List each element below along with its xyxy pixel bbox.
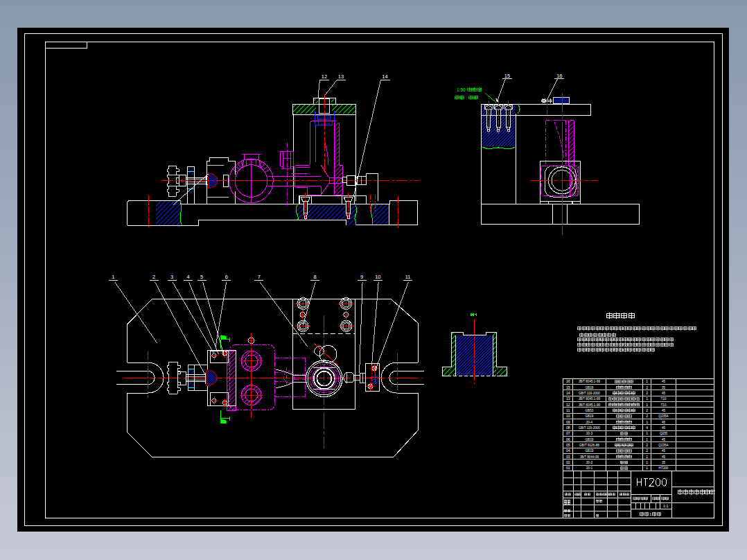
svg-text:8: 8 (313, 274, 316, 280)
svg-text:01: 01 (566, 466, 570, 470)
svg-text:45: 45 (662, 409, 666, 412)
svg-text:16: 16 (556, 73, 562, 79)
svg-text:HT200: HT200 (659, 466, 669, 470)
svg-text:7: 7 (258, 274, 261, 280)
svg-text:2: 2 (646, 408, 648, 412)
svg-text:1: 1 (646, 466, 648, 470)
svg-text:1: 1 (112, 274, 114, 280)
svg-text:45: 45 (662, 455, 666, 459)
svg-text:45: 45 (662, 426, 666, 430)
svg-text:1: 1 (646, 379, 648, 383)
svg-text:T10: T10 (661, 403, 667, 407)
svg-text:16: 16 (566, 379, 570, 383)
svg-text:11: 11 (405, 274, 411, 280)
svg-text:2: 2 (152, 274, 155, 280)
svg-text:1: 1 (649, 512, 651, 516)
svg-text:JB/T 8045.1-99: JB/T 8045.1-99 (579, 380, 601, 383)
svg-text:4: 4 (646, 426, 648, 430)
svg-text:13: 13 (566, 396, 570, 401)
svg-text:Q235: Q235 (660, 432, 668, 435)
svg-text:35: 35 (662, 461, 666, 464)
svg-text:9: 9 (360, 274, 363, 280)
svg-text:08: 08 (566, 426, 570, 430)
svg-text:2: 2 (646, 443, 648, 447)
svg-text:Q235A: Q235A (658, 444, 669, 447)
svg-text:1:1: 1:1 (663, 504, 669, 508)
svg-text:10: 10 (566, 414, 570, 418)
svg-text:GB18: GB18 (586, 386, 594, 390)
svg-text:GB19: GB19 (586, 438, 594, 441)
svg-text:Q235A: Q235A (658, 414, 669, 418)
svg-text:20-2: 20-2 (586, 461, 593, 464)
svg-text:T10: T10 (661, 397, 667, 401)
svg-text:20-3: 20-3 (586, 432, 593, 435)
svg-text:GB53: GB53 (586, 409, 594, 412)
svg-text:GB/T 119-2000: GB/T 119-2000 (579, 426, 600, 430)
svg-text:35: 35 (662, 386, 666, 390)
svg-text:10: 10 (375, 274, 380, 280)
svg-text:03: 03 (566, 455, 570, 459)
svg-text:1: 1 (646, 403, 648, 407)
svg-text:4: 4 (186, 274, 189, 280)
svg-text:2: 2 (646, 385, 648, 390)
svg-text:1: 1 (646, 460, 648, 464)
svg-text:GB/T 9126-88: GB/T 9126-88 (579, 444, 599, 447)
svg-text:45: 45 (662, 438, 666, 441)
svg-text:1:50: 1:50 (457, 87, 466, 92)
svg-text:GB19: GB19 (586, 449, 594, 453)
svg-text:15: 15 (566, 385, 570, 390)
svg-text:φ20H6: φ20H6 (319, 116, 329, 120)
svg-text:6: 6 (225, 274, 228, 280)
svg-text:5: 5 (200, 274, 203, 280)
svg-text:3: 3 (170, 274, 173, 280)
svg-text:GB19: GB19 (586, 414, 594, 418)
svg-text:JB/T 8045.1-99: JB/T 8045.1-99 (579, 397, 601, 401)
svg-text:14: 14 (566, 391, 570, 395)
svg-text:GB/T 119-2000: GB/T 119-2000 (579, 392, 600, 395)
svg-text:09: 09 (566, 420, 570, 424)
svg-text:45: 45 (662, 449, 666, 453)
svg-text:11: 11 (566, 408, 570, 412)
svg-text:45: 45 (662, 392, 666, 395)
svg-text:2: 2 (646, 448, 648, 453)
svg-text:20-4: 20-4 (586, 421, 593, 424)
svg-text:14: 14 (382, 73, 387, 80)
svg-text:02: 02 (566, 460, 570, 464)
svg-text:05: 05 (566, 443, 570, 447)
svg-text:06: 06 (566, 437, 570, 441)
svg-text:13: 13 (338, 73, 344, 80)
svg-text:1: 1 (646, 455, 648, 459)
svg-text:1: 1 (646, 396, 648, 401)
svg-text:45: 45 (662, 421, 666, 424)
svg-text:12: 12 (322, 73, 327, 80)
svg-text:JB/T 8045.1-99: JB/T 8045.1-99 (579, 403, 601, 407)
svg-text:04: 04 (566, 448, 570, 453)
svg-text:φ30H6: φ30H6 (321, 122, 331, 125)
svg-text:2: 2 (646, 414, 648, 418)
svg-text:1: 1 (646, 437, 648, 441)
svg-text:1: 1 (646, 420, 648, 424)
svg-text:12: 12 (566, 403, 570, 407)
svg-text:45: 45 (662, 380, 666, 383)
svg-text:1: 1 (646, 431, 648, 435)
svg-text:15: 15 (504, 73, 510, 79)
svg-text:07: 07 (566, 431, 570, 435)
svg-text:2: 2 (646, 391, 648, 395)
svg-text:JB/T 8044-99: JB/T 8044-99 (580, 455, 599, 459)
svg-text:20-1: 20-1 (586, 466, 593, 470)
